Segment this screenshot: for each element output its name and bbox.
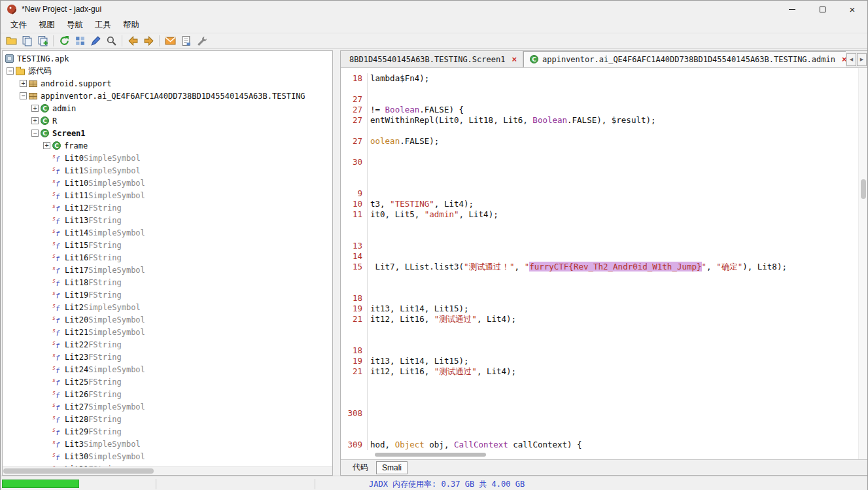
code-line[interactable]	[341, 147, 858, 157]
tree-item-Lit1[interactable]: sfLit1 SimpleSymbol	[3, 164, 332, 177]
code-line[interactable]	[341, 387, 858, 398]
back-button[interactable]	[125, 34, 141, 48]
tree-item-Lit12[interactable]: sfLit12 FString	[3, 201, 332, 214]
code-editor[interactable]: 18lambda$Fn4);2727!= Boolean.FALSE) {27e…	[341, 68, 867, 459]
collapse-toggle-icon[interactable]: −	[7, 67, 14, 75]
tree-item-Lit28[interactable]: sfLit28 FString	[3, 413, 332, 425]
tree-item-Lit20[interactable]: sfLit20 SimpleSymbol	[3, 313, 332, 326]
reload-button[interactable]	[56, 34, 72, 48]
close-tab-icon[interactable]: ×	[512, 54, 517, 64]
code-line[interactable]: 27	[341, 94, 858, 105]
editor-hscrollbar-thumb[interactable]	[375, 453, 486, 457]
tab-scroll-right-button[interactable]: ▶	[857, 53, 867, 66]
menu-tools[interactable]: 工具	[89, 18, 117, 32]
code-line[interactable]: 11it0, Lit5, "admin", Lit4);	[341, 209, 858, 220]
menu-view[interactable]: 视图	[33, 18, 61, 32]
menu-file[interactable]: 文件	[5, 18, 33, 32]
code-line[interactable]: 18	[341, 293, 858, 304]
code-line[interactable]: 19it13, Lit14, Lit15);	[341, 356, 858, 366]
add-files-button[interactable]	[35, 34, 50, 48]
code-line[interactable]: 15 Lit7, LList.list3("测试通过！", "furryCTF{…	[341, 262, 858, 272]
code-line[interactable]	[341, 377, 858, 387]
open-project-button[interactable]	[19, 34, 35, 48]
code-line[interactable]	[341, 324, 858, 335]
tree-item-Lit30[interactable]: sfLit30 SimpleSymbol	[3, 450, 332, 463]
code-line[interactable]: 308	[341, 408, 858, 419]
tree-item-Lit27[interactable]: sfLit27 SimpleSymbol	[3, 400, 332, 413]
code-line[interactable]	[341, 419, 858, 429]
editor-vertical-scrollbar[interactable]	[858, 68, 867, 459]
tree-scrollbar-thumb[interactable]	[3, 468, 154, 474]
tree-item-Lit18[interactable]: sfLit18 FString	[3, 276, 332, 289]
tree-item-class-r[interactable]: +CR	[3, 114, 332, 127]
code-line[interactable]	[341, 272, 858, 283]
code-line[interactable]: 27oolean.FALSE);	[341, 136, 858, 147]
view-tab-code[interactable]: 代码	[347, 461, 373, 474]
tree-horizontal-scrollbar[interactable]	[3, 466, 332, 475]
code-line[interactable]	[341, 398, 858, 408]
code-line[interactable]	[341, 230, 858, 241]
tree-item-Lit19[interactable]: sfLit19 FString	[3, 289, 332, 301]
deobfuscation-button[interactable]	[88, 34, 103, 48]
code-line[interactable]: 21it12, Lit16, "测试通过", Lit4);	[341, 314, 858, 324]
forward-button[interactable]	[141, 34, 156, 48]
export-button[interactable]	[72, 34, 88, 48]
code-line[interactable]: 18lambda$Fn4);	[341, 73, 858, 84]
tree-item-Lit29[interactable]: sfLit29 FString	[3, 425, 332, 438]
code-line[interactable]	[341, 335, 858, 345]
expand-toggle-icon[interactable]: +	[31, 117, 39, 124]
tree-item-Lit15[interactable]: sfLit15 FString	[3, 239, 332, 251]
tree-item-appinventor-package[interactable]: −appinventor.ai_QE4F6AFC1A40DD738BD1D455…	[3, 90, 332, 102]
code-line[interactable]	[341, 283, 858, 293]
collapse-toggle-icon[interactable]: −	[31, 130, 39, 137]
code-line[interactable]: 27!= Boolean.FALSE) {	[341, 105, 858, 115]
tree-item-source-code[interactable]: −源代码	[3, 65, 332, 77]
code-line[interactable]: 309hod, Object obj, CallContext callCont…	[341, 440, 858, 450]
code-line[interactable]	[341, 84, 858, 94]
tree-item-Lit17[interactable]: sfLit17 SimpleSymbol	[3, 264, 332, 276]
collapse-toggle-icon[interactable]: −	[20, 92, 27, 99]
panel-splitter[interactable]	[333, 49, 340, 476]
code-line[interactable]	[341, 220, 858, 230]
tree-item-class-admin[interactable]: +Cadmin	[3, 102, 332, 114]
tree-item-Lit0[interactable]: sfLit0 SimpleSymbol	[3, 152, 332, 164]
code-line[interactable]: 18	[341, 345, 858, 356]
menu-navigation[interactable]: 导航	[61, 18, 89, 32]
code-line[interactable]	[341, 167, 858, 178]
code-line[interactable]: 10t3, "TESTING", Lit4);	[341, 199, 858, 209]
tree-item-Lit14[interactable]: sfLit14 SimpleSymbol	[3, 226, 332, 239]
tree-item-Lit21[interactable]: sfLit21 SimpleSymbol	[3, 326, 332, 338]
quark-button[interactable]	[162, 34, 178, 48]
log-viewer-button[interactable]	[178, 34, 194, 48]
tree-item-android-support[interactable]: +android.support	[3, 77, 332, 90]
tree-item-Lit2[interactable]: sfLit2 SimpleSymbol	[3, 301, 332, 313]
tree-item-Lit3[interactable]: sfLit3 SimpleSymbol	[3, 438, 332, 450]
editor-tab-admin[interactable]: Cappinventor.ai_QE4F6AFC1A40DD738BD1D455…	[523, 51, 846, 67]
minimize-button[interactable]	[777, 1, 807, 18]
editor-vscrollbar-thumb[interactable]	[861, 179, 866, 199]
tree-item-Lit13[interactable]: sfLit13 FString	[3, 214, 332, 226]
open-file-button[interactable]	[3, 34, 19, 48]
tree-item-Lit22[interactable]: sfLit22 FString	[3, 338, 332, 351]
code-line[interactable]	[341, 126, 858, 136]
tree-item-class-frame[interactable]: +Cframe	[3, 139, 332, 152]
maximize-button[interactable]	[807, 1, 837, 18]
code-line[interactable]: 19it13, Lit14, Lit15);	[341, 304, 858, 314]
tree-item-Lit24[interactable]: sfLit24 SimpleSymbol	[3, 363, 332, 376]
code-line[interactable]: 30	[341, 157, 858, 167]
close-button[interactable]: ×	[837, 1, 867, 18]
code-line[interactable]: 14	[341, 251, 858, 262]
tab-scroll-left-button[interactable]: ◀	[846, 53, 856, 66]
code-line[interactable]: 13	[341, 241, 858, 251]
expand-toggle-icon[interactable]: +	[31, 105, 39, 112]
tree-item-Lit16[interactable]: sfLit16 FString	[3, 251, 332, 264]
code-line[interactable]	[341, 429, 858, 440]
preferences-button[interactable]	[194, 34, 209, 48]
tree-item-Lit10[interactable]: sfLit10 SimpleSymbol	[3, 177, 332, 189]
menu-help[interactable]: 帮助	[117, 18, 145, 32]
search-button[interactable]	[103, 34, 119, 48]
tree-item-class-screen1[interactable]: −CScreen1	[3, 127, 332, 139]
editor-horizontal-scrollbar[interactable]	[372, 451, 858, 459]
code-line[interactable]: 21it12, Lit16, "测试通过", Lit4);	[341, 366, 858, 377]
tree-item-testing-apk[interactable]: TESTING.apk	[3, 52, 332, 65]
